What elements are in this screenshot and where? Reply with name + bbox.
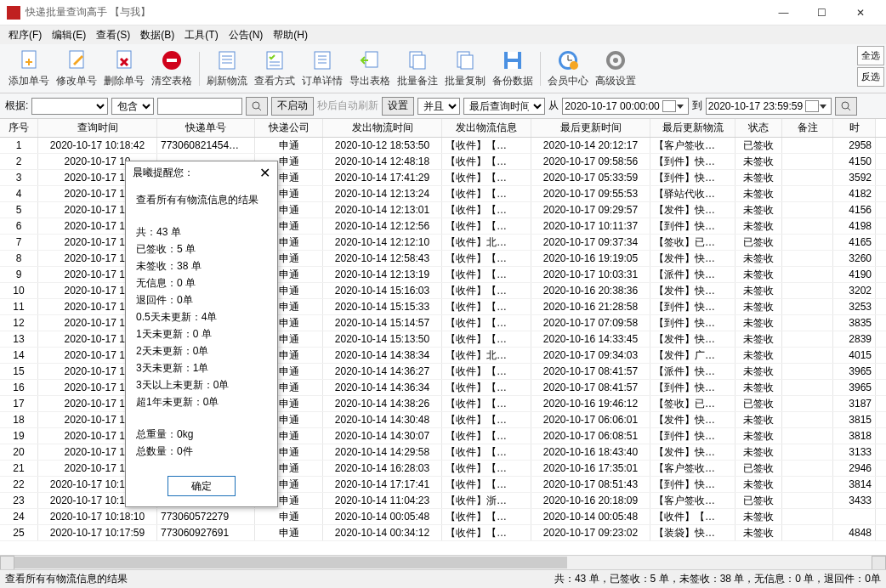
col-company[interactable]: 快递公司	[255, 119, 323, 137]
col-qtime[interactable]: 查询时间	[38, 119, 157, 137]
cell-idx: 15	[0, 364, 38, 379]
scroll-left-icon[interactable]	[0, 556, 14, 569]
cell-updinfo: 【发件】快…	[650, 444, 735, 460]
col-status[interactable]: 状态	[735, 119, 782, 137]
save-icon	[501, 48, 525, 72]
cell-days: 4848	[833, 525, 876, 540]
cell-remark	[782, 186, 833, 201]
cell-status: 已签收	[735, 461, 782, 476]
scroll-right-icon[interactable]	[872, 556, 886, 569]
menubar: 程序(F) 编辑(E) 查看(S) 数据(B) 工具(T) 公告(N) 帮助(H…	[0, 25, 886, 44]
cell-remark	[782, 525, 833, 540]
date-to-input[interactable]: 2020-10-17 23:59:59	[706, 98, 832, 115]
minimize-button[interactable]: —	[764, 1, 803, 25]
col-updinfo[interactable]: 最后更新物流	[650, 119, 735, 137]
query-mode-button[interactable]: 查看方式	[251, 47, 298, 91]
dialog-close-button[interactable]: ✕	[259, 165, 270, 181]
modify-order-button[interactable]: 修改单号	[53, 47, 100, 91]
export-table-button[interactable]: 导出表格	[346, 47, 394, 91]
advanced-settings-button[interactable]: 高级设置	[592, 47, 639, 91]
dialog-unsigned: 未签收：38 单	[136, 258, 267, 274]
clear-table-button[interactable]: 清空表格	[148, 47, 196, 91]
cell-idx: 19	[0, 428, 38, 444]
cell-sendtime: 2020-10-14 00:05:48	[323, 509, 442, 524]
settings-button[interactable]: 设置	[382, 97, 414, 116]
from-label: 从	[548, 99, 559, 113]
col-sendtime[interactable]: 发出物流时间	[323, 119, 442, 137]
cell-updtime: 2020-10-17 09:23:02	[531, 525, 650, 540]
cell-idx: 17	[0, 396, 38, 411]
batch-copy-button[interactable]: 批量复制	[441, 47, 489, 91]
calendar-icon	[662, 100, 676, 112]
maximize-button[interactable]: ☐	[803, 1, 841, 25]
menu-program[interactable]: 程序(F)	[3, 28, 47, 42]
table-row[interactable]: 12020-10-17 10:18:42773060821454…申通2020-…	[0, 138, 886, 154]
scroll-thumb[interactable]	[14, 557, 567, 568]
col-expno[interactable]: 快递单号	[157, 119, 255, 137]
dialog-one: 1天未更新：0 单	[136, 326, 267, 342]
search-button[interactable]	[246, 97, 268, 116]
field-select[interactable]	[31, 98, 108, 115]
cell-status: 未签收	[735, 186, 782, 201]
add-order-button[interactable]: 添加单号	[5, 47, 53, 91]
cell-idx: 12	[0, 315, 38, 331]
cell-status: 未签收	[735, 251, 782, 266]
titlebar: 快递批量查询高手 【与我】 — ☐ ✕	[0, 0, 886, 25]
menu-data[interactable]: 数据(B)	[135, 28, 179, 42]
col-remark[interactable]: 备注	[782, 119, 833, 137]
menu-tool[interactable]: 工具(T)	[179, 28, 223, 42]
cell-remark	[782, 509, 833, 524]
search-input[interactable]	[157, 98, 242, 115]
member-center-button[interactable]: 会员中心	[544, 47, 592, 91]
delete-order-button[interactable]: 删除单号	[100, 47, 148, 91]
batch-copy-icon	[453, 48, 477, 72]
contain-select[interactable]: 包含	[111, 98, 154, 115]
cell-sendtime: 2020-10-14 15:16:03	[323, 283, 442, 298]
table-row[interactable]: 252020-10-17 10:17:59773060927691申通2020-…	[0, 525, 886, 541]
cell-sendtime: 2020-10-14 12:13:19	[323, 267, 442, 282]
cell-updtime: 2020-10-17 06:06:01	[531, 412, 650, 427]
cell-idx: 13	[0, 331, 38, 347]
nostart-button[interactable]: 不启动	[271, 97, 314, 116]
cell-updtime: 2020-10-16 21:28:58	[531, 299, 650, 314]
dialog-signed: 已签收：5 单	[136, 241, 267, 257]
search2-button[interactable]	[835, 97, 857, 116]
invert-selection-button[interactable]: 反选	[857, 67, 884, 87]
col-updtime[interactable]: 最后更新时间	[531, 119, 650, 137]
cell-idx: 9	[0, 267, 38, 282]
and-select[interactable]: 并且	[417, 98, 460, 115]
menu-view[interactable]: 查看(S)	[91, 28, 135, 42]
date-from-input[interactable]: 2020-10-17 00:00:00	[562, 98, 688, 115]
cell-status: 未签收	[735, 525, 782, 540]
lastquerytime-select[interactable]: 最后查询时间	[463, 98, 545, 115]
cell-updinfo: 【到件】快…	[650, 154, 735, 169]
dialog-ok-button[interactable]: 确定	[168, 476, 236, 496]
order-detail-button[interactable]: 订单详情	[298, 47, 346, 91]
col-days[interactable]: 时	[833, 119, 876, 137]
refresh-button[interactable]: 刷新物流	[203, 47, 251, 91]
batch-remark-button[interactable]: 批量备注	[394, 47, 441, 91]
cell-idx: 25	[0, 525, 38, 540]
menu-notice[interactable]: 公告(N)	[224, 28, 269, 42]
menu-edit[interactable]: 编辑(E)	[47, 28, 91, 42]
cell-idx: 4	[0, 186, 38, 201]
cell-sendtime: 2020-10-14 17:41:29	[323, 170, 442, 185]
cell-sendtime: 2020-10-14 17:17:41	[323, 477, 442, 492]
select-all-button[interactable]: 全选	[857, 46, 884, 65]
cell-sendinfo: 【收件】【…	[442, 218, 531, 234]
calendar-icon	[805, 100, 819, 112]
cell-expno: 773060572279	[157, 509, 255, 524]
cell-sendinfo: 【收件】【…	[442, 315, 531, 331]
cell-updinfo: 【到件】快…	[650, 477, 735, 492]
file-edit-icon	[65, 48, 88, 72]
horizontal-scrollbar[interactable]	[0, 555, 886, 569]
close-button[interactable]: ✕	[841, 1, 879, 25]
cell-updtime: 2020-10-17 09:55:53	[531, 186, 650, 201]
col-idx[interactable]: 序号	[0, 119, 38, 137]
menu-help[interactable]: 帮助(H)	[268, 28, 313, 42]
backup-button[interactable]: 备份数据	[489, 47, 537, 91]
col-sendinfo[interactable]: 发出物流信息	[442, 119, 531, 137]
cell-sendinfo: 【收件】【…	[442, 461, 531, 476]
cell-idx: 23	[0, 493, 38, 508]
table-row[interactable]: 242020-10-17 10:18:10773060572279申通2020-…	[0, 509, 886, 525]
